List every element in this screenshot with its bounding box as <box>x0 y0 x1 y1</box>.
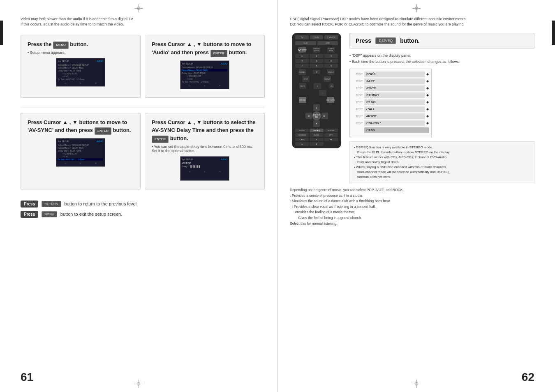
menu-button-img: MENU <box>53 42 69 49</box>
btn-5: 5 <box>310 59 323 63</box>
return-button: RETURN <box>42 201 61 207</box>
remote-container: TV DVD CM/VCR AUX USB ⏻POWER OPTIONSETUP… <box>290 33 343 183</box>
nav-up: ▲ <box>313 104 320 111</box>
tv-button: TV <box>295 35 309 39</box>
slow-button: SLOW/BG <box>295 133 309 137</box>
mode-studio: DSP STUDIO ◆ <box>352 92 429 98</box>
row-roman: ROMAN 0 ANGLE <box>295 69 338 75</box>
enter-button-img-2: ENTER <box>95 127 111 135</box>
nav-down: ▼ <box>313 120 320 127</box>
left-accent-bar <box>0 21 3 45</box>
screen-mockup-3: A/V SETUP AUDIO Select Menu > SPEAKER SE… <box>56 138 105 167</box>
power-row: ⏻POWER OPTIONSETUP TUNERMEM <box>295 47 338 53</box>
press-row-2: Press MENU button to exit the setup scre… <box>21 211 265 218</box>
top-crosshair <box>134 4 143 12</box>
menu-nav-button: MENU <box>299 97 306 103</box>
left-note: Video may look slower than the audio if … <box>21 16 265 27</box>
bottom-crosshair-right <box>412 380 421 388</box>
close-btn: CLOSE <box>310 133 323 137</box>
rec-button: REC <box>324 133 338 137</box>
mode-rock: DSP ROCK ◆ <box>352 85 429 91</box>
dsp-header-box: Press DSP/EQ button. <box>349 33 534 48</box>
bottom-note-5: Provides the feeling of a movie theater. <box>290 210 534 215</box>
bullet-1: • "DSP" appears on the display panel. <box>349 53 534 58</box>
step-button: STEP <box>302 76 310 82</box>
page-left: Video may look slower than the audio if … <box>0 0 278 392</box>
dsp-bullets: • "DSP" appears on the display panel. • … <box>349 53 534 65</box>
number-grid: 1 2 3 4 5 6 7 8 9 <box>295 54 338 68</box>
return-nav-button: RETURN <box>327 97 334 103</box>
remote-source-buttons-2: AUX USB <box>295 41 338 45</box>
row-vol2: – <box>295 90 338 96</box>
top-sections: Press the MENU button. • Setup menu appe… <box>21 35 265 103</box>
pause-button: ⏸ <box>310 142 323 146</box>
bottom-func-buttons: SOUND DSP/EQ S.WOOF SLOW/BG CLOSE REC ◀◀… <box>295 129 338 146</box>
page-right: DSP(Digital Signal Processor) DSP modes … <box>278 0 555 392</box>
dspeq-button: DSP/EQ <box>310 129 323 132</box>
bottom-notes-right: Depending on the genre of music, you can… <box>290 187 534 226</box>
screen-mockup-4: A/V SETUP AUDIO AV-SYNC Delay ▐▐▐▐▐▐▐▌ ◁… <box>180 156 229 181</box>
mode-pass: PASS <box>352 127 429 133</box>
dsp-eq-button-img: DSP/EQ <box>375 37 396 44</box>
angle-button: ANGLE <box>327 69 335 75</box>
section1-bullet: • Setup menu appears. <box>28 51 134 55</box>
mode-movie: DSP MOVIE ◆ <box>352 113 429 119</box>
section2-title: Press Cursor ▲ , ▼ buttons to move to 'A… <box>152 40 258 57</box>
top-crosshair-right <box>412 4 421 12</box>
row-vol: MUT2 + ⊙ <box>295 83 338 89</box>
right-accent-bar <box>552 21 555 45</box>
aux-button: AUX <box>295 41 316 45</box>
mode-jazz: DSP JAZZ ◆ <box>352 78 429 84</box>
bottom-crosshair-left <box>134 380 143 388</box>
press-text-2: button to exit the setup screen. <box>60 212 122 217</box>
repeat-button: REPEAT <box>324 76 331 82</box>
page-number-right: 62 <box>522 371 534 384</box>
row-step: STEP REPEAT <box>295 76 338 82</box>
sound-button: SOUND <box>295 129 309 132</box>
btn-2: 2 <box>310 54 323 58</box>
btn-7: 7 <box>295 64 309 68</box>
remote-source-buttons: TV DVD CM/VCR <box>295 35 338 39</box>
note-feature2: DivX and Dolby Digital discs. <box>354 160 530 165</box>
remote-control: TV DVD CM/VCR AUX USB ⏻POWER OPTIONSETUP… <box>292 33 341 148</box>
enter-button-img-1: ENTER <box>210 50 227 57</box>
mode-pops: DSP POPS ◆ <box>352 71 429 77</box>
nav-center-enter: ENTEROK <box>312 111 321 120</box>
mode-hall: DSP HALL ◆ <box>352 106 429 112</box>
press-text-1: button to return to the previous level. <box>65 201 138 206</box>
tuner-mem-button: TUNERMEM <box>327 47 335 53</box>
section-delay-select: Press Cursor ▲ , ▼ buttons to select the… <box>145 113 265 189</box>
mute-button: MUT2 <box>299 83 306 89</box>
nav-cross: ▲ ▼ ◀ ▶ ENTEROK <box>305 104 328 127</box>
section-cursor-avsync: Press Cursor ▲ , ▼ buttons to move to 'A… <box>21 113 141 189</box>
btn-8: 8 <box>310 64 323 68</box>
note-plii: Press the ⊡ PL II mode button to show ST… <box>354 150 530 155</box>
menu-button-2: MENU <box>42 211 57 217</box>
press-dsp-word: Press <box>356 37 371 44</box>
bottom-note-2: : Provides a sense of presence as if in … <box>290 193 534 199</box>
play-button: ▶ <box>310 138 323 141</box>
dsp-modes-list: DSP POPS ◆ DSP JAZZ ◆ DSP ROCK ◆ <box>349 69 432 137</box>
nav-left: ◀ <box>305 113 312 119</box>
screen-mockup-2: A/V SETUP AUDIO Select Menu > SPEAKER SE… <box>180 60 229 89</box>
note-feature: • This feature works with CDs, MP3-CDs, … <box>354 155 530 160</box>
btn-9: 9 <box>324 64 338 68</box>
stop-button: ■ <box>295 142 309 146</box>
press-word-1: Press <box>21 201 38 208</box>
btn-1: 1 <box>295 54 309 58</box>
cm-vcr-button: CM/VCR <box>324 35 338 39</box>
section-cursor-audio: Press Cursor ▲ , ▼ buttons to move to 'A… <box>145 35 265 98</box>
bottom-note-7: Select this for normal listening. <box>290 221 534 227</box>
row-menu-return: MENU RETURN <box>295 97 338 103</box>
bottom-note-1: Depending on the genre of music, you can… <box>290 187 534 193</box>
option-button: OPTIONSETUP <box>313 47 320 53</box>
nav-right: ▶ <box>321 113 328 119</box>
section4-title: Press Cursor ▲ , ▼ buttons to select the… <box>152 118 258 143</box>
roman-button: ROMAN <box>298 69 306 75</box>
right-note: DSP(Digital Signal Processor) DSP modes … <box>290 16 534 27</box>
subwoofer-button: S.WOOF <box>324 129 338 132</box>
bottom-note-6: Gives the feel of being in a grand churc… <box>290 215 534 221</box>
enter-button-img-3: ENTER <box>152 136 169 143</box>
power-button: ⏻POWER <box>298 47 306 53</box>
bottom-note-3: : Simulates the sound of a dance club wi… <box>290 198 534 204</box>
